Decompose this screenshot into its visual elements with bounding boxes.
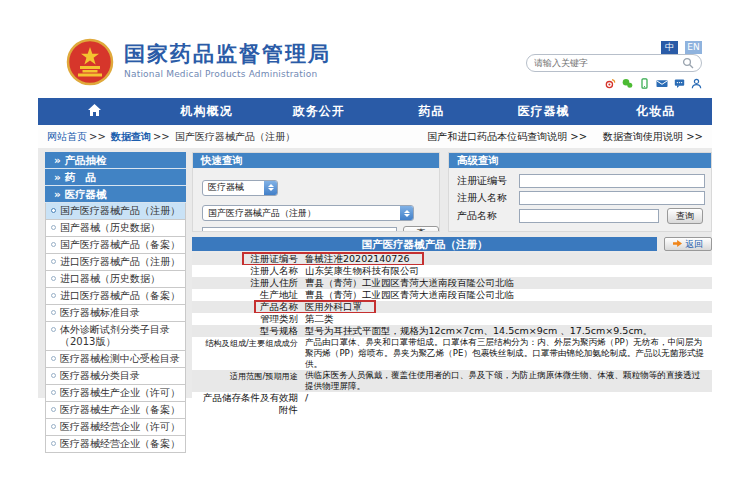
sidebar-item-imported-device-history[interactable]: 进口器械（历史数据）: [45, 271, 186, 288]
row-label: 适用范围/预期用途: [192, 370, 298, 392]
bullet-icon: [51, 293, 56, 298]
mobile-icon[interactable]: [639, 78, 650, 89]
row-value: 供临床医务人员佩戴，覆盖住使用者的口、鼻及下颌，为防止病原体微生物、体液、颗粒物…: [298, 370, 712, 392]
row-value: 第二类: [298, 313, 712, 325]
sidebar: » 产品抽检 » 药 品 » 医疗器械 国产医疗器械产品（注册） 国产器械（历史…: [45, 152, 186, 453]
sidebar-item-distributor-filed[interactable]: 医疗器械经营企业（备案）: [45, 436, 186, 453]
sidebar-item-label: 国产医疗器械产品（备案）: [60, 239, 180, 251]
sidebar-item-label: 医疗器械分类目录: [60, 370, 140, 382]
sidebar-item-label: 医疗器械标准目录: [60, 307, 140, 319]
sidebar-item-label: 国产医疗器械产品（注册）: [60, 205, 180, 217]
language-switch: 中 EN: [526, 35, 702, 48]
sidebar-item-imported-device-registered[interactable]: 进口医疗器械产品（注册）: [45, 254, 186, 271]
bullet-icon: [51, 373, 56, 378]
national-emblem-icon: [66, 38, 114, 86]
product-name-input[interactable]: [519, 209, 659, 223]
row-label: 生产地址: [192, 289, 298, 301]
back-button-label: 返回: [685, 238, 703, 251]
site-search: [526, 54, 702, 72]
sidebar-item-imported-device-filed[interactable]: 进口医疗器械产品（备案）: [45, 288, 186, 305]
registrant-name-input[interactable]: [519, 191, 705, 205]
nav-home[interactable]: [38, 98, 150, 125]
breadcrumb-right-links: 国产和进口药品本位码查询说明 >> 数据查询使用说明 >>: [427, 130, 703, 144]
breadcrumb-data-query-link[interactable]: 数据查询: [111, 131, 151, 142]
sidebar-header-drugs[interactable]: » 药 品: [45, 169, 186, 186]
row-label: 管理类别: [192, 313, 298, 325]
nav-item-drugs[interactable]: 药品: [375, 98, 487, 125]
sidebar-item-testing-center-catalog[interactable]: 医疗器械检测中心受检目录: [45, 351, 186, 368]
sidebar-item-label: 医疗器械经营企业（许可）: [60, 421, 180, 433]
sidebar-header-product-sampling[interactable]: » 产品抽检: [45, 152, 186, 169]
adv-row-product-name: 产品名称 查询: [457, 208, 711, 224]
bullet-icon: [51, 356, 56, 361]
site-search-input[interactable]: [534, 58, 682, 68]
adv-row-registration-no: 注册证编号: [457, 174, 711, 188]
site-title: 国家药品监督管理局: [124, 42, 331, 66]
sidebar-item-domestic-device-registered[interactable]: 国产医疗器械产品（注册）: [45, 203, 186, 220]
row-label: 型号规格: [192, 325, 298, 337]
sidebar-item-device-classification-catalog[interactable]: 医疗器械分类目录: [45, 368, 186, 385]
breadcrumb-home-link[interactable]: 网站首页: [47, 131, 87, 142]
sidebar-item-distributor-licensed[interactable]: 医疗器械经营企业（许可）: [45, 419, 186, 436]
message-icon[interactable]: [674, 78, 685, 89]
quick-keyword-input[interactable]: [202, 227, 397, 233]
row-value: 曹县（青菏）工业园区青菏大道南段百隆公司北临: [298, 277, 712, 289]
search-icon[interactable]: [682, 54, 694, 73]
table-row-registrant-name: 注册人名称 山东笑康生物科技有限公司: [192, 265, 712, 277]
breadcrumb-row: 网站首页>> 数据查询>> 国产医疗器械产品（注册） 国产和进口药品本位码查询说…: [38, 125, 712, 148]
advanced-query-button[interactable]: 查询: [667, 208, 703, 224]
sidebar-header-medical-devices[interactable]: » 医疗器械: [45, 186, 186, 203]
lang-en-button[interactable]: EN: [685, 41, 702, 54]
table-row-intended-use: 适用范围/预期用途 供临床医务人员佩戴，覆盖住使用者的口、鼻及下颌，为防止病原体…: [192, 370, 712, 392]
user-icon[interactable]: [691, 78, 702, 89]
lang-zh-button[interactable]: 中: [661, 41, 678, 54]
detail-table: 注册证编号 鲁械注准20202140726 注册人名称 山东笑康生物科技有限公司…: [192, 253, 712, 416]
sidebar-item-domestic-device-filed[interactable]: 国产医疗器械产品（备案）: [45, 237, 186, 254]
sidebar-item-label: 国产器械（历史数据）: [60, 222, 160, 234]
sidebar-item-manufacturer-licensed[interactable]: 医疗器械生产企业（许可）: [45, 385, 186, 402]
quick-search-panel: 快速查询 医疗器械 国产医疗器械产品（注册）: [192, 152, 440, 232]
table-row-production-address: 生产地址 曹县（青菏）工业园区青菏大道南段百隆公司北临: [192, 289, 712, 301]
mail-icon[interactable]: [656, 78, 668, 89]
site-subtitle: National Medical Products Administration: [124, 69, 331, 79]
bullet-icon: [51, 390, 56, 395]
sidebar-item-label: 进口器械（历史数据）: [60, 273, 160, 285]
sidebar-item-ivd-classification-catalog[interactable]: 体外诊断试剂分类子目录（2013版）: [45, 322, 186, 351]
sidebar-item-label: 医疗器械检测中心受检目录: [60, 353, 180, 365]
sidebar-item-manufacturer-filed[interactable]: 医疗器械生产企业（备案）: [45, 402, 186, 419]
sidebar-item-device-standards-catalog[interactable]: 医疗器械标准目录: [45, 305, 186, 322]
category-select-value: 医疗器械: [208, 181, 260, 194]
table-row-attachment: 附件: [192, 404, 712, 416]
table-row-structure-composition: 结构及组成/主要组成成分 产品由口罩体、鼻夹和口罩带组成。口罩体有三层结构分为：…: [192, 337, 712, 370]
row-label: 产品名称: [192, 301, 298, 313]
nav-item-gov-affairs[interactable]: 政务公开: [263, 98, 375, 125]
barcode-query-help-link[interactable]: 国产和进口药品本位码查询说明 >>: [427, 130, 587, 144]
weibo-icon[interactable]: [605, 78, 616, 89]
data-query-help-link[interactable]: 数据查询使用说明 >>: [603, 130, 703, 144]
table-row-registrant-address: 注册人住所 曹县（青菏）工业园区青菏大道南段百隆公司北临: [192, 277, 712, 289]
detail-panel: 国产医疗器械产品（注册） 返回 注册证编号 鲁械注准20202140726: [192, 237, 712, 416]
nav-item-cosmetics[interactable]: 化妆品: [600, 98, 712, 125]
registration-no-input[interactable]: [519, 174, 705, 188]
advanced-search-title: 高级查询: [449, 153, 711, 168]
row-value: 鲁械注准20202140726: [298, 253, 712, 265]
main-nav: 机构概况 政务公开 药品 医疗器械 化妆品: [38, 98, 712, 125]
quick-query-button[interactable]: 查询: [403, 226, 439, 232]
type-select[interactable]: 国产医疗器械产品（注册）: [202, 205, 414, 221]
sidebar-item-label: 体外诊断试剂分类子目录（2013版）: [60, 324, 183, 348]
site-header: 国家药品监督管理局 National Medical Products Admi…: [38, 30, 712, 98]
nav-item-medical-devices[interactable]: 医疗器械: [487, 98, 599, 125]
registration-no-label: 注册证编号: [457, 174, 519, 188]
category-select[interactable]: 医疗器械: [202, 180, 278, 196]
sidebar-item-domestic-device-history[interactable]: 国产器械（历史数据）: [45, 220, 186, 237]
wechat-icon[interactable]: [622, 78, 633, 89]
back-arrow-icon: [673, 239, 682, 250]
social-icons: [526, 78, 702, 89]
back-button[interactable]: 返回: [664, 237, 712, 251]
nav-item-organization[interactable]: 机构概况: [150, 98, 262, 125]
select-stepper-icon: [264, 180, 277, 196]
nmpa-site: 国家药品监督管理局 National Medical Products Admi…: [38, 30, 712, 398]
sidebar-item-label: 进口医疗器械产品（注册）: [60, 256, 180, 268]
sidebar-item-label: 进口医疗器械产品（备案）: [60, 290, 180, 302]
row-label: 产品储存条件及有效期: [192, 392, 298, 404]
